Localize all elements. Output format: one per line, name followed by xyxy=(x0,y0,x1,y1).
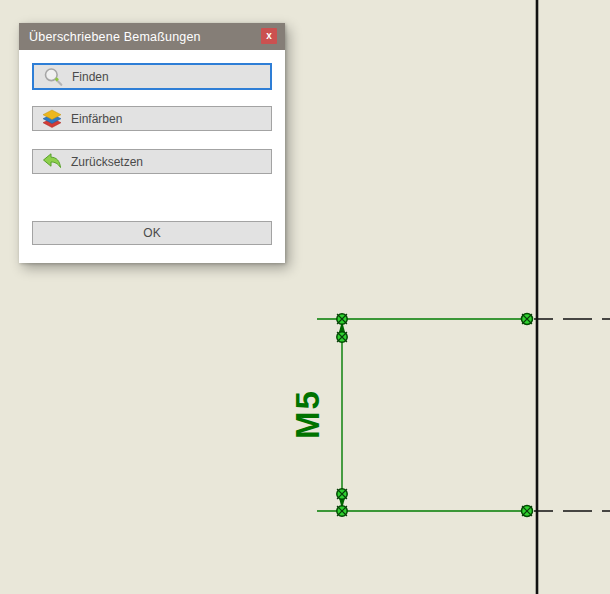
overridden-dimensions-dialog: Überschriebene Bemaßungen x Finden Einfä… xyxy=(19,23,285,263)
grip-point[interactable] xyxy=(522,314,533,325)
colorize-button-label: Einfärben xyxy=(71,112,122,126)
reset-button-label: Zurücksetzen xyxy=(71,155,143,169)
close-button[interactable]: x xyxy=(261,28,277,44)
grip-point[interactable] xyxy=(337,506,347,516)
ok-button-label: OK xyxy=(143,226,160,240)
ok-button[interactable]: OK xyxy=(32,221,272,245)
magnifier-icon xyxy=(43,67,63,87)
highlighted-dimension[interactable]: M5 xyxy=(289,314,533,517)
grip-point[interactable] xyxy=(337,332,347,342)
find-button[interactable]: Finden xyxy=(32,63,272,90)
layers-icon xyxy=(42,109,62,129)
reset-button[interactable]: Zurücksetzen xyxy=(32,149,272,174)
grip-point[interactable] xyxy=(337,489,347,499)
find-button-label: Finden xyxy=(72,70,109,84)
grip-point[interactable] xyxy=(522,506,533,517)
dimension-text[interactable]: M5 xyxy=(289,389,326,439)
dialog-body: Finden Einfärben Zurücksetzen OK xyxy=(19,63,285,245)
undo-arrow-icon xyxy=(42,152,62,172)
grip-point[interactable] xyxy=(337,314,347,324)
dialog-title: Überschriebene Bemaßungen xyxy=(29,30,201,44)
dialog-titlebar[interactable]: Überschriebene Bemaßungen x xyxy=(19,23,285,50)
colorize-button[interactable]: Einfärben xyxy=(32,106,272,131)
